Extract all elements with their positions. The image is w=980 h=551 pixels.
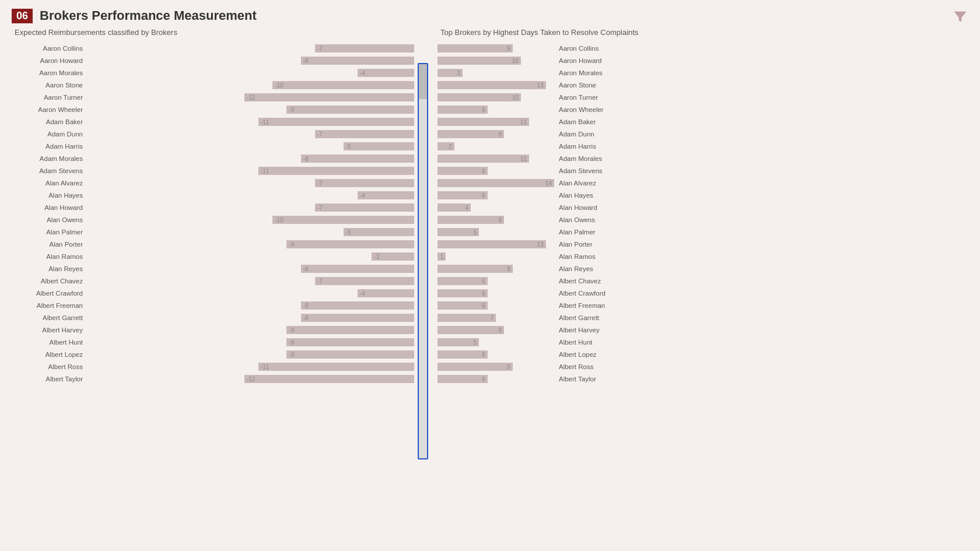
page-title: Brokers Performance Measurement xyxy=(40,8,257,23)
right-bar-value: 7 xyxy=(490,315,494,321)
right-bar-value: 13 xyxy=(537,241,544,248)
left-broker-row: Alan Reyes-8 xyxy=(12,263,414,275)
right-bar-value: 6 xyxy=(482,278,485,285)
left-bar: -9 xyxy=(286,326,414,334)
left-bar-value: -7 xyxy=(317,205,323,211)
right-broker-row: 4Alan Howard xyxy=(438,202,834,213)
right-broker-row: 6Albert Freeman xyxy=(438,300,834,311)
left-bar: -8 xyxy=(301,265,414,273)
right-bar: 11 xyxy=(438,118,529,126)
broker-name-left: Albert Hunt xyxy=(12,339,88,346)
left-bar-container: -9 xyxy=(88,349,414,360)
broker-name-right: Aaron Stone xyxy=(554,82,636,89)
right-bar-container: 11 xyxy=(438,116,554,128)
left-bar-container: -3 xyxy=(88,251,414,262)
left-bar-container: -5 xyxy=(88,226,414,238)
right-bar: 2 xyxy=(438,142,454,150)
left-chart-rows: Aaron Collins-7Aaron Howard-8Aaron Moral… xyxy=(12,43,414,385)
right-bar-value: 6 xyxy=(482,376,485,382)
left-bar-value: -10 xyxy=(275,217,283,223)
left-bar: -8 xyxy=(301,314,414,322)
right-bar-value: 6 xyxy=(482,352,485,358)
right-bar-container: 13 xyxy=(438,79,554,91)
left-bar-container: -12 xyxy=(88,373,414,385)
left-bar-value: -5 xyxy=(346,143,351,150)
right-bar-value: 2 xyxy=(449,143,452,150)
left-bar-value: -7 xyxy=(317,278,323,285)
scrollbar-track[interactable] xyxy=(418,63,428,459)
right-bar: 6 xyxy=(438,350,488,359)
left-bar: -9 xyxy=(286,338,414,346)
charts-container: Expected Reimbursements classified by Br… xyxy=(0,28,980,459)
right-bar-value: 10 xyxy=(512,94,519,101)
right-broker-row: 6Alan Hayes xyxy=(438,189,834,201)
broker-name-right: Albert Ross xyxy=(554,363,636,370)
right-chart-title: Top Brokers by Highest Days Taken to Res… xyxy=(438,28,834,37)
broker-name-left: Albert Taylor xyxy=(12,375,88,382)
left-broker-row: Alan Alvarez-7 xyxy=(12,177,414,189)
broker-name-left: Alan Palmer xyxy=(12,229,88,236)
right-bar: 6 xyxy=(438,106,488,114)
left-bar: -4 xyxy=(358,191,414,199)
left-broker-row: Adam Harris-5 xyxy=(12,141,414,152)
left-bar-value: -3 xyxy=(374,254,379,260)
right-bar: 6 xyxy=(438,301,488,310)
left-broker-row: Alan Porter-9 xyxy=(12,238,414,250)
left-bar-container: -7 xyxy=(88,177,414,189)
broker-name-right: Alan Porter xyxy=(554,241,636,248)
right-bar: 10 xyxy=(438,93,521,101)
left-bar-container: -7 xyxy=(88,43,414,54)
scrollbar-thumb[interactable] xyxy=(419,64,427,99)
left-bar-container: -7 xyxy=(88,275,414,287)
right-bar-container: 9 xyxy=(438,263,554,275)
right-bar-value: 13 xyxy=(537,82,544,89)
left-bar: -7 xyxy=(315,277,414,285)
broker-name-right: Aaron Turner xyxy=(554,94,636,101)
right-broker-row: 10Aaron Turner xyxy=(438,92,834,103)
left-broker-row: Albert Garrett-8 xyxy=(12,312,414,324)
left-bar-container: -4 xyxy=(88,287,414,299)
right-bar-container: 6 xyxy=(438,373,554,385)
header: 06 Brokers Performance Measurement xyxy=(0,0,980,28)
broker-name-right: Adam Dunn xyxy=(554,131,636,138)
left-broker-row: Albert Hunt-9 xyxy=(12,336,414,348)
right-bar-container: 4 xyxy=(438,202,554,213)
broker-name-left: Aaron Turner xyxy=(12,94,88,101)
right-broker-row: 6Albert Crawford xyxy=(438,287,834,299)
right-broker-row: 6Albert Taylor xyxy=(438,373,834,385)
right-broker-row: 2Adam Harris xyxy=(438,141,834,152)
left-bar: -5 xyxy=(344,142,414,150)
right-bar-container: 6 xyxy=(438,165,554,177)
left-bar-value: -4 xyxy=(360,70,365,76)
left-bar-container: -8 xyxy=(88,153,414,164)
right-bar: 3 xyxy=(438,69,463,77)
right-broker-row: 8Alan Owens xyxy=(438,214,834,226)
broker-name-right: Adam Baker xyxy=(554,118,636,125)
right-broker-row: 8Adam Dunn xyxy=(438,128,834,140)
broker-name-left: Albert Freeman xyxy=(12,302,88,309)
broker-name-right: Albert Garrett xyxy=(554,314,636,321)
right-broker-row: 9Aaron Collins xyxy=(438,43,834,54)
left-bar-value: -11 xyxy=(261,119,269,125)
broker-name-left: Alan Porter xyxy=(12,241,88,248)
left-bar-value: -11 xyxy=(261,364,269,370)
left-bar-container: -8 xyxy=(88,312,414,324)
left-bar: -7 xyxy=(315,130,414,138)
left-broker-row: Alan Ramos-3 xyxy=(12,251,414,262)
right-bar: 6 xyxy=(438,289,488,297)
filter-icon[interactable] xyxy=(952,8,968,24)
right-bar: 6 xyxy=(438,167,488,175)
left-bar-container: -7 xyxy=(88,128,414,140)
left-bar-value: -8 xyxy=(303,266,309,272)
right-bar-value: 8 xyxy=(499,131,502,138)
right-bar-container: 9 xyxy=(438,361,554,373)
right-broker-row: 11Adam Morales xyxy=(438,153,834,164)
left-bar-container: -11 xyxy=(88,165,414,177)
broker-name-left: Adam Morales xyxy=(12,155,88,162)
left-broker-row: Albert Ross-11 xyxy=(12,361,414,373)
right-bar: 9 xyxy=(438,265,513,273)
right-bar: 13 xyxy=(438,81,546,89)
left-bar-value: -7 xyxy=(317,45,323,52)
right-bar-value: 8 xyxy=(499,327,502,334)
broker-name-right: Albert Lopez xyxy=(554,351,636,358)
